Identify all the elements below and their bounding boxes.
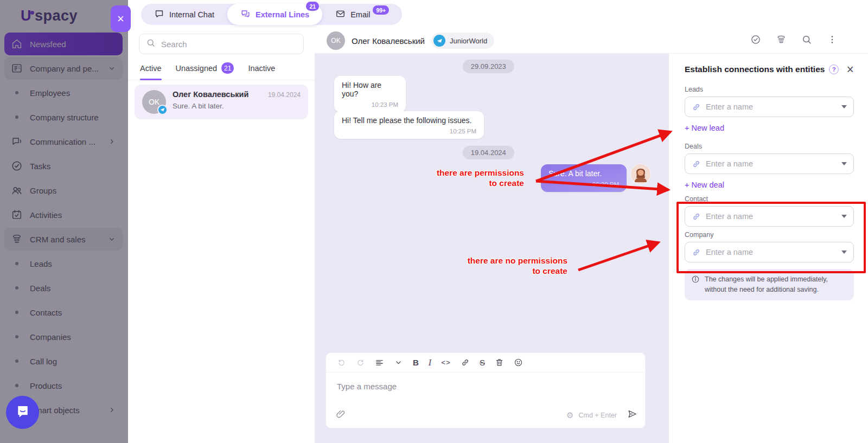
- chevron-down-icon[interactable]: [841, 215, 847, 218]
- filter-unassigned[interactable]: Unassigned 21: [176, 62, 234, 80]
- redo-icon[interactable]: [356, 358, 365, 367]
- tab-label: External Lines: [256, 10, 309, 19]
- leads-field: [685, 97, 854, 117]
- help-icon[interactable]: ?: [829, 65, 839, 74]
- external-lines-icon: [240, 9, 251, 21]
- unread-badge: 99+: [373, 5, 389, 15]
- send-shortcut-hint: Cmd + Enter: [578, 412, 617, 419]
- new-deal-button[interactable]: + New deal: [685, 181, 854, 189]
- paperclip-icon[interactable]: [336, 409, 346, 421]
- message-text: Hi! How are you?: [342, 81, 398, 98]
- last-message-date: 19.04.2024: [268, 91, 301, 99]
- tab-external-lines[interactable]: External Lines 21: [227, 4, 322, 25]
- company-label: Company: [685, 231, 854, 239]
- conversation-summary: Олег Ковалевський 19.04.2024 Sure. A bit…: [173, 90, 301, 114]
- composer-toolbar: B I <> S: [326, 353, 645, 373]
- avatar: OK: [142, 90, 166, 114]
- search-icon[interactable]: [801, 34, 812, 47]
- emoji-icon[interactable]: [514, 358, 523, 367]
- app-window: Uspacy Newsfeed Company and pe... Employ…: [0, 0, 868, 443]
- outgoing-message: Sure. A bit later. 06:20 PM: [541, 164, 627, 192]
- telegram-icon: [157, 105, 168, 115]
- internal-chat-icon: [154, 9, 164, 21]
- filter-label: Active: [140, 64, 162, 73]
- panel-header: Establish connections with entities ? ×: [685, 63, 854, 75]
- conversation-actions: [750, 34, 838, 47]
- annotation-no-permissions: there are no permissions to create: [468, 255, 567, 276]
- unassigned-count-badge: 21: [221, 62, 234, 74]
- link-icon: [692, 102, 701, 112]
- sidebar-close-button[interactable]: ×: [111, 5, 131, 32]
- channel-pill[interactable]: JuniorWorld: [431, 33, 494, 49]
- message-composer: B I <> S ⚙ Cmd + Enter: [326, 352, 646, 428]
- company-input[interactable]: [706, 248, 837, 256]
- chat-list-panel: Active Unassigned 21 Inactive OK Олег Ко…: [128, 28, 315, 443]
- undo-icon[interactable]: [337, 358, 346, 367]
- channel-name: JuniorWorld: [450, 37, 487, 45]
- contact-name: Олег Ковалевський: [352, 36, 425, 46]
- code-button[interactable]: <>: [441, 358, 451, 367]
- search-icon: [146, 38, 156, 50]
- deals-field: [685, 153, 854, 174]
- trash-icon[interactable]: [495, 358, 504, 367]
- filter-active[interactable]: Active: [140, 62, 162, 80]
- top-tab-bar: Internal Chat External Lines 21 Email 99…: [128, 0, 868, 28]
- message-input[interactable]: [326, 373, 645, 391]
- avatar-initials: OK: [327, 31, 345, 50]
- close-icon: ×: [117, 12, 124, 25]
- search-input[interactable]: [161, 40, 297, 49]
- composer-bottom-row: ⚙ Cmd + Enter: [326, 409, 645, 428]
- message-time: 06:20 PM: [548, 181, 619, 188]
- link-icon[interactable]: [461, 358, 470, 367]
- italic-button[interactable]: I: [429, 358, 431, 368]
- conversation-body: 29.09.2023 Hi! How are you? 10:23 PM Hi!…: [315, 54, 668, 443]
- filter-label: Inactive: [248, 64, 275, 73]
- conversation-list-item[interactable]: OK Олег Ковалевський 19.04.2024 Sure. A …: [135, 85, 308, 119]
- info-text: The changes will be applied immediately,…: [705, 274, 847, 295]
- filter-inactive[interactable]: Inactive: [248, 62, 275, 80]
- support-chat-widget-button[interactable]: [6, 396, 39, 429]
- chevron-down-icon[interactable]: [394, 358, 403, 367]
- panel-title: Establish connections with entities: [685, 65, 825, 74]
- sidebar-dim-overlay: [0, 0, 128, 443]
- info-note: The changes will be applied immediately,…: [685, 269, 854, 300]
- search-box: [139, 34, 304, 54]
- close-icon[interactable]: ×: [847, 63, 854, 76]
- leads-label: Leads: [685, 86, 854, 93]
- message-time: 10:25 PM: [342, 128, 476, 134]
- tab-internal-chat[interactable]: Internal Chat: [141, 4, 227, 25]
- telegram-icon: [433, 35, 445, 47]
- annotation-line: there are no permissions: [468, 255, 567, 266]
- new-lead-button[interactable]: + New lead: [685, 124, 854, 132]
- unread-badge: 21: [306, 2, 319, 11]
- contact-label: Contact: [685, 195, 854, 203]
- send-icon[interactable]: [627, 409, 637, 421]
- crm-connections-icon[interactable]: [776, 34, 787, 47]
- bold-button[interactable]: B: [413, 358, 419, 367]
- annotation-permissions: there are permissions to create: [437, 168, 524, 188]
- strikethrough-button[interactable]: S: [480, 358, 485, 367]
- tab-label: Email: [350, 10, 370, 19]
- leads-input[interactable]: [706, 102, 837, 111]
- agent-avatar: [631, 164, 650, 184]
- incoming-message: Hi! Tell me please the following issues.…: [334, 111, 484, 139]
- tab-email[interactable]: Email 99+: [322, 4, 402, 25]
- deals-input[interactable]: [706, 159, 837, 168]
- last-message-preview: Sure. A bit later.: [173, 102, 301, 110]
- align-icon[interactable]: [375, 358, 384, 367]
- send-controls: ⚙ Cmd + Enter: [566, 409, 637, 421]
- chat-widget-icon: [15, 403, 31, 422]
- chevron-down-icon[interactable]: [841, 162, 847, 165]
- message-text: Sure. A bit later.: [548, 169, 619, 178]
- info-icon: [691, 275, 700, 284]
- kebab-menu-icon[interactable]: [827, 34, 838, 47]
- mark-done-icon[interactable]: [750, 34, 761, 47]
- chevron-down-icon[interactable]: [841, 251, 847, 254]
- annotation-line: to create: [468, 266, 567, 276]
- date-chip: 29.09.2023: [463, 60, 514, 73]
- channel-tabs: Internal Chat External Lines 21 Email 99…: [141, 4, 402, 25]
- contact-input[interactable]: [706, 212, 837, 221]
- chevron-down-icon[interactable]: [841, 105, 847, 108]
- gear-icon[interactable]: ⚙: [566, 410, 573, 420]
- link-icon: [692, 159, 701, 169]
